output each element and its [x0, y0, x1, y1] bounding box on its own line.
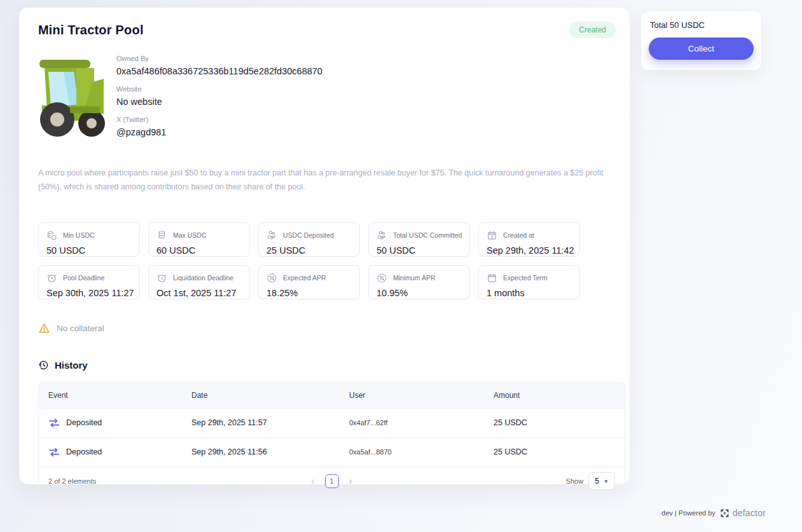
table-row: Deposited Sep 29th, 2025 11:57 0x4af7...…	[39, 408, 625, 437]
stat-card-expected-apr: Expected APR 18.25%	[258, 265, 360, 299]
stat-label: USDC Deposited	[283, 231, 334, 239]
column-header-event: Event	[48, 391, 191, 400]
alarm-clock-icon	[46, 273, 57, 283]
column-header-amount: Amount	[494, 391, 615, 400]
stat-card-max-usdc: Max USDC 60 USDC	[148, 222, 250, 257]
event-date: Sep 29th, 2025 11:57	[191, 418, 349, 427]
stat-value: 25 USDC	[266, 245, 352, 256]
stat-value: 50 USDC	[377, 245, 462, 256]
history-title: History	[55, 360, 88, 371]
warning-text: No collateral	[57, 324, 104, 333]
owner-label: Owned By	[116, 55, 322, 62]
stat-card-liquidation-deadline: Liquidation Deadline Oct 1st, 2025 11:27	[148, 265, 250, 299]
coins-icon	[46, 230, 57, 241]
stat-label: Created at	[503, 231, 534, 239]
stat-card-expected-term: Expected Term 1 months	[478, 265, 580, 299]
stat-label: Liquidation Deadline	[173, 274, 233, 282]
pool-detail-card: Mini Tractor Pool Created Owned By 0xa5a…	[19, 8, 630, 484]
event-user: 0x4af7...62ff	[349, 419, 494, 426]
stat-label: Expected Term	[503, 274, 548, 282]
event-date: Sep 29th, 2025 11:56	[191, 447, 349, 456]
page-title: Mini Tractor Pool	[38, 23, 144, 38]
history-icon	[38, 360, 49, 371]
tractor-image	[38, 53, 105, 138]
powered-by-text: dev | Powered by	[661, 509, 716, 517]
defactor-logo-icon	[720, 508, 729, 518]
event-label: Deposited	[66, 418, 102, 427]
event-amount: 25 USDC	[494, 447, 615, 456]
next-page-button[interactable]: ›	[349, 475, 352, 487]
percent-icon	[266, 273, 277, 283]
stat-label: Total USDC Committed	[393, 231, 462, 239]
event-user: 0xa5af...8870	[349, 448, 494, 456]
collect-button[interactable]: Collect	[649, 38, 754, 60]
stat-value: 50 USDC	[46, 245, 132, 256]
stat-value: 18.25%	[266, 288, 352, 298]
history-header: History	[38, 360, 616, 371]
event-label: Deposited	[66, 447, 102, 456]
collateral-warning: No collateral	[38, 322, 616, 334]
twitter-label: X (Twitter)	[116, 116, 322, 123]
hand-coins-icon	[266, 230, 277, 241]
stat-card-created-at: Created at Sep 29th, 2025 11:42	[478, 222, 580, 257]
footer: dev | Powered by defactor	[661, 508, 766, 518]
warning-icon	[38, 322, 50, 334]
column-header-date: Date	[191, 391, 349, 400]
previous-page-button[interactable]: ‹	[311, 475, 314, 487]
event-amount: 25 USDC	[494, 418, 615, 427]
stat-card-total-usdc-committed: Total USDC Committed 50 USDC	[368, 222, 470, 257]
percent-icon	[377, 273, 387, 283]
stat-label: Min USDC	[63, 231, 95, 239]
stat-label: Minimum APR	[393, 274, 436, 282]
stats-grid: Min USDC 50 USDC Max USDC 60 USDC USDC D…	[38, 222, 616, 299]
status-badge: Created	[569, 22, 616, 38]
show-label: Show	[566, 477, 584, 485]
stat-value: 10.95%	[377, 288, 462, 298]
table-header-row: Event Date User Amount	[39, 383, 625, 408]
alarm-clock-icon	[156, 273, 167, 283]
pagination: 2 of 2 elements ‹ 1 › Show 5 ▼	[39, 467, 625, 496]
pool-header: Mini Tractor Pool Created	[29, 23, 616, 38]
coins-icon	[156, 230, 167, 241]
pool-profile: Owned By 0xa5af486f08a336725336b119d5e28…	[29, 53, 616, 146]
stat-card-usdc-deposited: USDC Deposited 25 USDC	[258, 222, 360, 257]
deposit-arrows-icon	[48, 447, 60, 457]
history-table: Event Date User Amount Deposited Sep 29t…	[38, 382, 625, 496]
stat-card-minimum-apr: Minimum APR 10.95%	[368, 265, 470, 299]
deposit-arrows-icon	[48, 418, 60, 428]
collect-panel: Total 50 USDC Collect	[641, 11, 761, 70]
stat-card-min-usdc: Min USDC 50 USDC	[38, 222, 140, 257]
table-row: Deposited Sep 29th, 2025 11:56 0xa5af...…	[39, 437, 625, 467]
column-header-user: User	[349, 391, 494, 400]
page-size-value: 5	[595, 477, 599, 486]
stat-card-pool-deadline: Pool Deadline Sep 30th, 2025 11:27	[38, 265, 140, 299]
stat-value: Sep 30th, 2025 11:27	[46, 288, 132, 298]
website-value: No website	[116, 97, 322, 107]
owner-address: 0xa5af486f08a336725336b119d5e282fd30c688…	[116, 66, 322, 76]
stat-value: 60 USDC	[156, 245, 242, 256]
pool-info: Owned By 0xa5af486f08a336725336b119d5e28…	[116, 53, 322, 146]
calendar-icon	[487, 273, 497, 283]
hand-coins-icon	[377, 230, 387, 241]
stat-label: Max USDC	[173, 231, 207, 239]
stat-value: Oct 1st, 2025 11:27	[156, 288, 242, 298]
pagination-current-page[interactable]: 1	[325, 474, 339, 488]
stat-value: 1 months	[487, 288, 572, 298]
twitter-handle: @pzagd981	[116, 127, 322, 137]
calendar-icon	[487, 230, 497, 241]
total-label: Total 50 USDC	[649, 20, 754, 30]
defactor-brand: defactor	[720, 508, 766, 518]
stat-label: Pool Deadline	[63, 274, 104, 282]
website-label: Website	[116, 85, 322, 93]
page-size-select[interactable]: 5 ▼	[588, 472, 615, 490]
pool-description: A micro pool where participants raise ju…	[38, 167, 616, 194]
chevron-down-icon: ▼	[604, 479, 609, 484]
stat-label: Expected APR	[283, 274, 326, 282]
pagination-summary: 2 of 2 elements	[48, 477, 176, 485]
stat-value: Sep 29th, 2025 11:42	[487, 245, 572, 256]
defactor-wordmark: defactor	[733, 508, 766, 518]
